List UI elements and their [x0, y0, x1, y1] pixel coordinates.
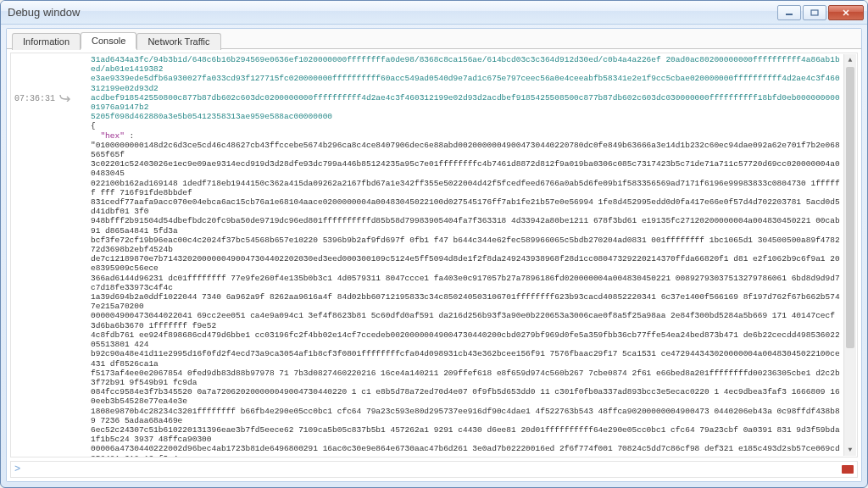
console-input[interactable] [24, 464, 842, 474]
console-output[interactable]: 07:36:31 31ad6434a3fc/94b3b1d/648c6b16b2… [10, 53, 858, 458]
console-gutter: 07:36:31 [11, 53, 91, 457]
input-indicator-icon [842, 465, 854, 474]
tab-console[interactable]: Console [81, 32, 136, 49]
scroll-down-button[interactable]: ▼ [844, 444, 856, 456]
content-frame: Information Console Network Traffic 07:3… [6, 28, 862, 482]
svg-rect-1 [811, 10, 818, 15]
console-panel: 07:36:31 31ad6434a3fc/94b3b1d/648c6b16b2… [7, 49, 861, 481]
console-input-row: > [10, 461, 858, 478]
minimize-button[interactable] [777, 5, 801, 20]
debug-window: Debug window Information Console Network… [0, 0, 868, 488]
maximize-button[interactable] [803, 5, 826, 20]
close-button[interactable] [828, 5, 864, 20]
window-title: Debug window [8, 6, 776, 19]
tab-network-traffic[interactable]: Network Traffic [136, 33, 220, 50]
log-entry-meta: 07:36:31 [14, 93, 87, 105]
titlebar-buttons [776, 5, 864, 20]
titlebar[interactable]: Debug window [1, 1, 867, 25]
json-response-block: { "hex" : "0100000000148d2c6d3ce5cd46c48… [91, 121, 854, 457]
scrollbar-thumb[interactable] [846, 67, 854, 348]
console-text[interactable]: 31ad6434a3fc/94b3b1d/648c6b16b294569e063… [91, 53, 857, 457]
previous-output-block: 31ad6434a3fc/94b3b1d/648c6b16b294569e063… [91, 55, 854, 121]
tab-information[interactable]: Information [12, 33, 81, 50]
svg-rect-0 [786, 14, 793, 15]
response-arrow-icon [58, 93, 72, 105]
log-timestamp: 07:36:31 [14, 94, 55, 104]
console-prompt-icon: > [14, 463, 20, 475]
scroll-up-button[interactable]: ▲ [844, 54, 856, 66]
vertical-scrollbar[interactable]: ▲ ▼ [843, 54, 856, 456]
tabstrip: Information Console Network Traffic [7, 29, 861, 49]
